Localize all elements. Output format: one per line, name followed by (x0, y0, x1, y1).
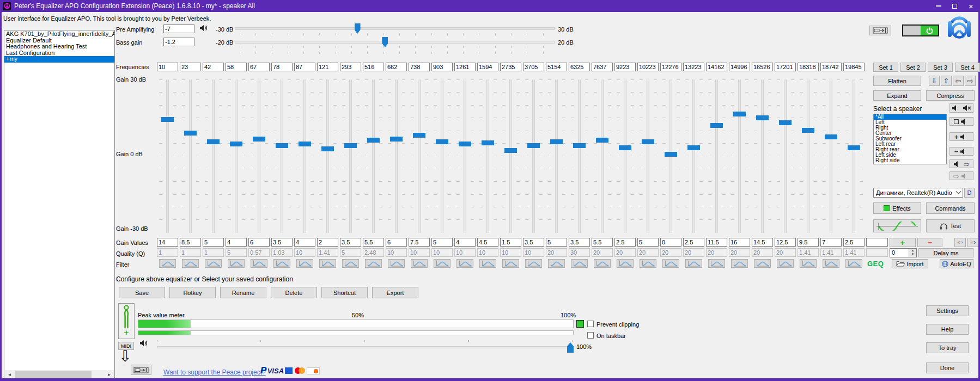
filter-button[interactable] (411, 259, 428, 268)
frequency-input[interactable]: 7637 (592, 63, 613, 71)
gain-slider-track[interactable] (349, 79, 352, 233)
set-button-2[interactable]: Set 2 (900, 63, 926, 72)
speaker-listbox[interactable]: *AllLeftRightCenterSubwooferLeft rearRig… (873, 114, 947, 164)
gain-slider-track[interactable] (326, 79, 329, 233)
filter-button[interactable] (182, 259, 199, 268)
peace-on-off-toggle[interactable] (902, 24, 939, 36)
frequency-input[interactable]: 293 (340, 63, 361, 71)
speaker-subtract-button[interactable]: − (949, 147, 973, 156)
gain-slider-track[interactable] (212, 79, 215, 233)
gain-value-input[interactable]: 4 (226, 238, 247, 247)
preamp-slider-thumb[interactable] (355, 23, 361, 34)
speaker-copy-to-button[interactable]: ⇨ (949, 159, 973, 168)
gain-slider-thumb[interactable] (596, 138, 608, 143)
quality-input[interactable]: 0.57 (248, 248, 270, 257)
bass-gain-input[interactable]: -1.2 (163, 38, 194, 46)
gain-value-input-empty[interactable] (866, 238, 888, 247)
gain-slider-thumb[interactable] (184, 131, 197, 136)
add-band-button[interactable]: + (890, 238, 916, 247)
gain-slider-track[interactable] (258, 79, 260, 233)
filter-button[interactable] (296, 259, 313, 268)
settings-button[interactable]: Settings (926, 305, 969, 316)
move-right-button[interactable]: ⇨ (965, 76, 976, 86)
gain-value-input[interactable]: 4 (454, 238, 476, 247)
gain-value-input[interactable]: 7 (820, 238, 842, 247)
help-button[interactable]: Help (926, 324, 969, 335)
gain-value-input[interactable]: 4 (294, 238, 315, 247)
expand-button[interactable]: Expand (873, 90, 921, 101)
tone-generator-button[interactable] (873, 219, 921, 232)
gain-slider-track[interactable] (830, 79, 832, 233)
gain-slider-thumb[interactable] (299, 142, 311, 146)
quality-input[interactable]: 20 (775, 248, 796, 257)
gain-slider-track[interactable] (166, 79, 169, 233)
gain-value-input[interactable]: 5.5 (363, 238, 384, 247)
save-button[interactable]: Save (119, 287, 165, 298)
frequency-input[interactable]: 14996 (729, 63, 750, 71)
gain-slider-thumb[interactable] (482, 140, 494, 145)
filter-button[interactable] (342, 259, 359, 268)
gain-value-input[interactable]: 0 (660, 238, 681, 247)
frequency-input[interactable]: 1261 (454, 63, 476, 71)
gain-slider-track[interactable] (464, 79, 466, 233)
gain-slider-track[interactable] (441, 79, 443, 233)
preset-list-item[interactable]: AKG K701_by_PilotFlying_innerfidelity_Ad (4, 31, 114, 38)
volume-icon[interactable] (139, 340, 148, 347)
quality-input[interactable]: 10 (431, 248, 453, 257)
speaker-list-item[interactable]: Left side (874, 152, 946, 158)
gain-slider-thumb[interactable] (733, 112, 746, 116)
gain-slider-thumb[interactable] (619, 145, 631, 150)
preset-list-item[interactable]: Equalizer Default (4, 38, 114, 44)
gain-slider-thumb[interactable] (253, 137, 265, 142)
filter-button[interactable] (731, 259, 748, 268)
quality-input[interactable]: 1 (203, 248, 224, 257)
gain-slider-thumb[interactable] (367, 138, 380, 143)
gain-value-input[interactable]: 5 (546, 238, 567, 247)
gain-slider-track[interactable] (395, 79, 398, 233)
quality-input[interactable]: 2.48 (363, 248, 384, 257)
gain-value-input[interactable]: 16 (729, 238, 750, 247)
gain-slider-track[interactable] (578, 79, 581, 233)
frequency-input[interactable]: 19845 (843, 63, 865, 71)
frequency-input[interactable]: 3705 (523, 63, 544, 71)
gain-slider-thumb[interactable] (848, 145, 860, 150)
preset-list-item[interactable]: +my (4, 56, 114, 63)
move-left-button[interactable]: ⇦ (953, 76, 964, 86)
frequency-input[interactable]: 23 (180, 63, 201, 71)
audio-device-dropdown[interactable]: Динамики, Realtek(R) Audio (873, 188, 963, 198)
gain-slider-thumb[interactable] (756, 115, 769, 120)
gain-slider-track[interactable] (235, 79, 238, 233)
speaker-list-item[interactable]: Right side (874, 158, 946, 163)
volume-slider-track[interactable] (157, 346, 574, 348)
gain-slider-thumb[interactable] (825, 134, 837, 139)
filter-button[interactable] (823, 259, 839, 268)
gain-value-input[interactable]: 9.5 (798, 238, 819, 247)
gain-slider-track[interactable] (509, 79, 512, 233)
graph-window-arrow-icon[interactable]: ⇩ (119, 353, 131, 360)
gain-value-input[interactable]: 14.5 (752, 238, 773, 247)
delay-spinner[interactable]: ▲▼ (909, 249, 916, 257)
shortcut-button[interactable]: Shortcut (321, 287, 368, 298)
gain-slider-thumb[interactable] (413, 133, 425, 138)
gain-value-input[interactable]: 2.5 (843, 238, 865, 247)
quality-input[interactable]: 20 (660, 248, 681, 257)
effects-button[interactable]: Effects (873, 202, 921, 214)
quality-input[interactable]: 1.41 (820, 248, 842, 257)
quality-input-empty[interactable] (866, 248, 888, 257)
frequency-input[interactable]: 42 (203, 63, 224, 71)
commands-button[interactable]: Commands (926, 202, 975, 214)
gain-slider-track[interactable] (853, 79, 855, 233)
gain-slider-thumb[interactable] (573, 143, 586, 148)
speaker-list-item[interactable]: Left rear (874, 142, 946, 147)
speaker-window-button[interactable] (949, 117, 973, 126)
frequency-input[interactable]: 17201 (775, 63, 796, 71)
gain-value-input[interactable]: 7.5 (409, 238, 430, 247)
filter-button[interactable] (319, 259, 336, 268)
move-down-button[interactable]: ⇩ (929, 76, 940, 86)
filter-button[interactable] (571, 259, 588, 268)
quality-input[interactable]: 1.41 (843, 248, 865, 257)
scroll-right-button[interactable]: ► (105, 370, 114, 379)
filter-button[interactable] (388, 259, 405, 268)
frequency-input[interactable]: 662 (386, 63, 407, 71)
filter-button[interactable] (845, 259, 862, 268)
